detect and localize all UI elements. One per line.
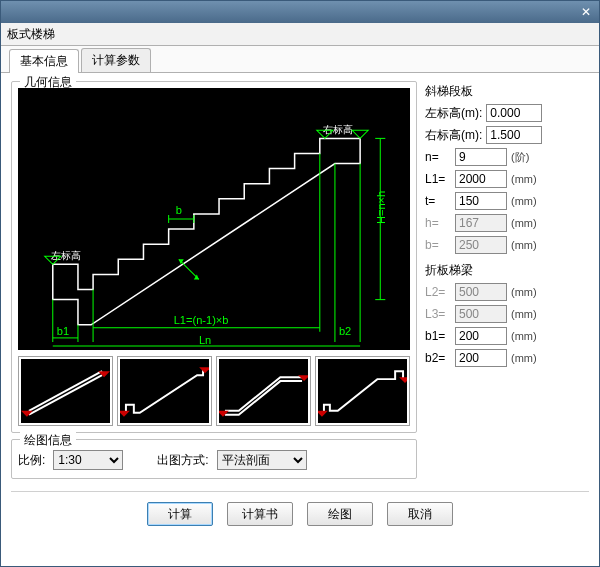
- n-input[interactable]: [455, 148, 507, 166]
- diagram-b: b: [176, 204, 182, 216]
- dialog-window: ✕ 板式楼梯 基本信息 计算参数 几何信息 左标高 右标高: [0, 0, 600, 567]
- method-label: 出图方式:: [157, 452, 208, 469]
- L3-label: L3=: [425, 307, 451, 321]
- L2-unit: (mm): [511, 286, 537, 298]
- plot-button[interactable]: 绘图: [307, 502, 373, 526]
- group-draw: 绘图信息 比例: 1:30 出图方式: 平法剖面: [11, 439, 417, 479]
- cancel-button[interactable]: 取消: [387, 502, 453, 526]
- tab-strip: 基本信息 计算参数: [1, 46, 599, 73]
- calcbook-button[interactable]: 计算书: [227, 502, 293, 526]
- diagram-Ln: Ln: [199, 334, 211, 346]
- b-input: [455, 236, 507, 254]
- group-geometry: 几何信息 左标高 右标高: [11, 81, 417, 433]
- b-label: b=: [425, 238, 451, 252]
- L1-input[interactable]: [455, 170, 507, 188]
- left-elev-input[interactable]: [486, 104, 542, 122]
- t-input[interactable]: [455, 192, 507, 210]
- stair-type-1[interactable]: [18, 356, 113, 426]
- app-title-text: 板式楼梯: [7, 26, 55, 43]
- close-icon[interactable]: ✕: [577, 4, 595, 20]
- right-elev-input[interactable]: [486, 126, 542, 144]
- scale-label: 比例:: [18, 452, 45, 469]
- stair-type-thumbs: [18, 356, 410, 426]
- stair-diagram: 左标高 右标高 b: [18, 88, 410, 350]
- b2-unit: (mm): [511, 352, 537, 364]
- h-unit: (mm): [511, 217, 537, 229]
- stair-type-3[interactable]: [216, 356, 311, 426]
- calc-button[interactable]: 计算: [147, 502, 213, 526]
- t-unit: (mm): [511, 195, 537, 207]
- scale-select[interactable]: 1:30: [53, 450, 123, 470]
- group-draw-legend: 绘图信息: [20, 432, 76, 449]
- b-unit: (mm): [511, 239, 537, 251]
- b2-label: b2=: [425, 351, 451, 365]
- L2-input: [455, 283, 507, 301]
- t-label: t=: [425, 194, 451, 208]
- L2-label: L2=: [425, 285, 451, 299]
- right-panel: 斜梯段板 左标高(m): 右标高(m): n= (阶) L1=: [425, 81, 589, 485]
- b2-input[interactable]: [455, 349, 507, 367]
- stair-type-4[interactable]: [315, 356, 410, 426]
- tab-calc[interactable]: 计算参数: [81, 48, 151, 72]
- b1-input[interactable]: [455, 327, 507, 345]
- beam-title: 折板梯梁: [425, 262, 589, 279]
- n-label: n=: [425, 150, 451, 164]
- L1-label: L1=: [425, 172, 451, 186]
- slope-title: 斜梯段板: [425, 83, 589, 100]
- h-label: h=: [425, 216, 451, 230]
- method-select[interactable]: 平法剖面: [217, 450, 307, 470]
- stair-type-2[interactable]: [117, 356, 212, 426]
- diagram-L1: L1=(n-1)×b: [174, 314, 229, 326]
- tab-basic[interactable]: 基本信息: [9, 49, 79, 73]
- n-unit: (阶): [511, 150, 529, 165]
- b1-label: b1=: [425, 329, 451, 343]
- L1-unit: (mm): [511, 173, 537, 185]
- diagram-b1: b1: [57, 325, 69, 337]
- h-input: [455, 214, 507, 232]
- L3-unit: (mm): [511, 308, 537, 320]
- diagram-b2: b2: [339, 325, 351, 337]
- left-elev-label: 左标高(m):: [425, 105, 482, 122]
- dialog-body: 几何信息 左标高 右标高: [1, 73, 599, 536]
- diagram-H: H=n×h: [375, 191, 387, 224]
- right-elev-label: 右标高(m):: [425, 127, 482, 144]
- button-row: 计算 计算书 绘图 取消: [11, 491, 589, 536]
- app-title: 板式楼梯: [1, 23, 599, 46]
- b1-unit: (mm): [511, 330, 537, 342]
- L3-input: [455, 305, 507, 323]
- titlebar: ✕: [1, 1, 599, 23]
